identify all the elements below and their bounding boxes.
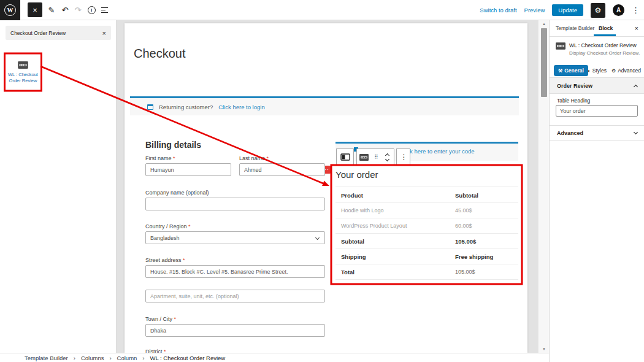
update-button[interactable]: Update xyxy=(552,4,583,17)
wordpress-logo-button[interactable]: W xyxy=(0,0,20,20)
editor-top-bar: W × ✎ ↶ ↷ i Switch to draft Preview Upda… xyxy=(0,0,644,20)
total-label: Total xyxy=(341,269,355,275)
block-result-checkout-order-review[interactable]: WL : Checkout Order Review xyxy=(5,54,41,91)
country-select[interactable]: Bangladesh xyxy=(145,231,325,244)
scroll-down-icon[interactable]: ▼ xyxy=(539,347,550,351)
subtab-general[interactable]: ⚒ General xyxy=(554,65,588,76)
clear-search-icon[interactable]: × xyxy=(102,29,106,37)
kebab-icon: ⋮ xyxy=(401,153,407,161)
district-label: District * xyxy=(145,349,166,353)
kebab-icon: ⋮ xyxy=(632,6,640,15)
breadcrumb-column[interactable]: Column xyxy=(117,355,137,361)
scrollbar-thumb[interactable] xyxy=(541,28,547,97)
shipping-label: Shipping xyxy=(341,253,366,260)
checkout-page-preview: Checkout Returning customer? Click here … xyxy=(125,23,527,353)
subtotal-value: 105.00$ xyxy=(455,238,476,245)
returning-customer-notice: Returning customer? Click here to login xyxy=(130,96,519,115)
block-toolbar-group: ⠿ xyxy=(356,148,394,166)
undo-icon: ↶ xyxy=(62,6,69,15)
order-review-table: Product Subtotal Hoodie with Logo 45.00$… xyxy=(335,187,518,280)
table-header-row: Product Subtotal xyxy=(335,187,518,203)
order-review-block-icon xyxy=(556,42,565,50)
sidebar-tabs: Template Builder Block × xyxy=(550,20,644,37)
switch-to-draft-link[interactable]: Switch to draft xyxy=(480,7,516,13)
company-label: Company name (optional) xyxy=(145,190,209,196)
order-review-block-icon xyxy=(359,154,369,161)
product-name: WordPress Product Layout xyxy=(341,223,407,229)
settings-toggle-button[interactable]: ⚙ xyxy=(591,3,605,18)
gear-icon: ⚙ xyxy=(611,68,616,74)
login-window-icon xyxy=(147,104,153,110)
redo-button[interactable]: ↷ xyxy=(72,0,84,20)
block-title: WL : Checkout Order Review xyxy=(569,42,637,48)
block-breadcrumb-bar: Template Builder › Columns › Column › WL… xyxy=(0,353,549,362)
advanced-panel-toggle[interactable]: Advanced xyxy=(550,125,644,141)
drag-handle[interactable]: ⠿ xyxy=(371,149,381,165)
login-link[interactable]: Click here to login xyxy=(218,104,265,110)
tab-template-builder[interactable]: Template Builder xyxy=(556,25,594,31)
company-input[interactable] xyxy=(145,198,325,210)
list-view-button[interactable] xyxy=(98,0,110,20)
block-mover[interactable] xyxy=(381,149,394,165)
required-asterisk: * xyxy=(173,155,175,161)
canvas-scrollbar[interactable]: ▲ ▼ xyxy=(538,20,549,353)
last-name-input[interactable] xyxy=(239,163,325,176)
block-type-button[interactable] xyxy=(357,149,371,165)
info-icon: i xyxy=(88,6,96,14)
breadcrumb-separator: › xyxy=(74,355,75,361)
details-button[interactable]: i xyxy=(85,0,98,20)
breadcrumb-current-block[interactable]: WL : Checkout Order Review xyxy=(150,355,226,361)
table-heading-input[interactable] xyxy=(556,105,638,117)
chevron-down-icon xyxy=(634,130,638,134)
first-name-label: First name * xyxy=(145,155,175,161)
product-column-header: Product xyxy=(341,191,363,198)
select-parent-column-button[interactable] xyxy=(336,148,354,166)
breadcrumb-columns[interactable]: Columns xyxy=(81,355,104,361)
block-card-header: WL : Checkout Order Review Display Check… xyxy=(550,37,644,64)
breadcrumb-template-builder[interactable]: Template Builder xyxy=(25,355,68,361)
options-menu-button[interactable]: ⋮ xyxy=(632,6,638,15)
first-name-input[interactable] xyxy=(145,163,231,176)
required-asterisk: * xyxy=(164,349,166,353)
tab-block[interactable]: Block xyxy=(599,25,613,31)
inserter-search-box[interactable]: × xyxy=(6,26,111,40)
breadcrumb-separator: › xyxy=(109,355,111,361)
subtab-styles[interactable]: ◐ Styles xyxy=(588,67,607,74)
page-title: Checkout xyxy=(134,47,186,61)
editor-canvas: Checkout Returning customer? Click here … xyxy=(117,20,549,353)
returning-customer-text: Returning customer? xyxy=(159,104,213,110)
breadcrumb-separator: › xyxy=(142,355,144,361)
plugin-menu-button[interactable]: A xyxy=(613,4,624,16)
styles-icon: ◐ xyxy=(588,68,591,74)
total-value: 105.00$ xyxy=(455,269,475,275)
table-row: Hoodie with Logo 45.00$ xyxy=(335,203,518,218)
block-options-button[interactable]: ⋮ xyxy=(396,148,410,166)
town-city-input[interactable] xyxy=(145,324,325,337)
preview-link[interactable]: Preview xyxy=(524,7,545,13)
inserter-search-input[interactable] xyxy=(10,30,102,36)
shipping-value: Free shipping xyxy=(455,253,493,260)
block-inserter-panel: × WL : Checkout Order Review xyxy=(0,20,117,353)
sidebar-subtabs: ⚒ General ◐ Styles ⚙ Advanced xyxy=(550,64,644,78)
redo-icon: ↷ xyxy=(75,6,82,15)
undo-button[interactable]: ↶ xyxy=(59,0,71,20)
street-address-input[interactable] xyxy=(145,265,325,278)
subtab-advanced[interactable]: ⚙ Advanced xyxy=(611,67,641,74)
order-review-panel-toggle[interactable]: Order Review xyxy=(550,78,644,94)
coupon-link[interactable]: k here to enter your code xyxy=(410,148,475,155)
edit-mode-button[interactable]: ✎ xyxy=(45,0,58,20)
block-inserter-toggle-button[interactable]: × xyxy=(28,2,42,17)
required-asterisk: * xyxy=(174,316,177,322)
wordpress-logo-icon: W xyxy=(4,4,16,16)
table-row: WordPress Product Layout 60.00$ xyxy=(335,218,518,234)
apartment-input[interactable] xyxy=(145,290,325,302)
scroll-up-icon[interactable]: ▲ xyxy=(539,22,550,26)
required-asterisk: * xyxy=(267,155,269,161)
product-name: Hoodie with Logo xyxy=(341,207,384,214)
block-description: Display Checkout Order Review. xyxy=(569,50,640,56)
close-sidebar-button[interactable]: × xyxy=(635,25,638,32)
chevron-down-icon xyxy=(385,156,389,161)
order-review-block-icon xyxy=(18,61,28,69)
product-price: 60.00$ xyxy=(455,223,472,229)
pencil-icon: ✎ xyxy=(48,6,55,15)
